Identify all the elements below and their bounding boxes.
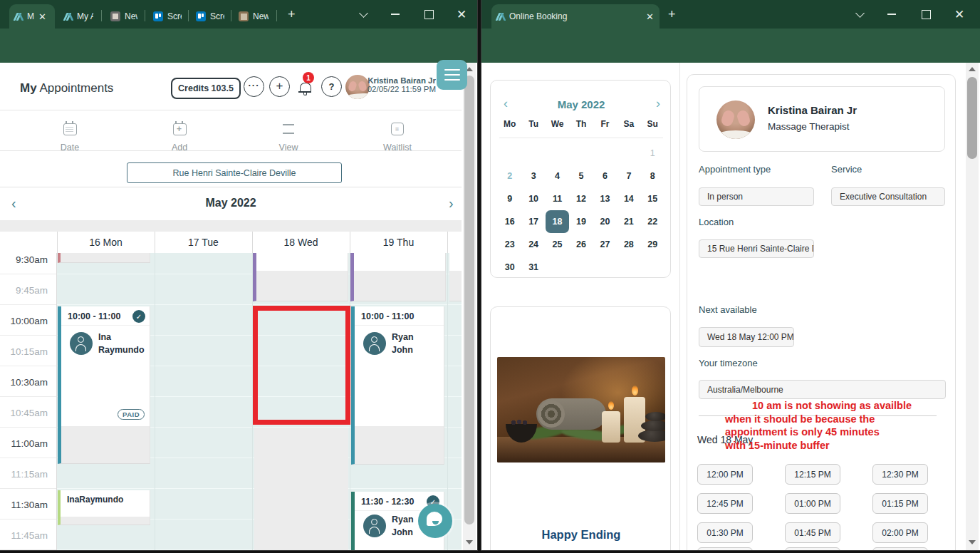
calendar-day[interactable]: 24 (521, 233, 545, 256)
add-icon[interactable]: + (269, 76, 290, 97)
calendar-day[interactable]: 19 (569, 210, 593, 233)
left-tab-strip: M ✕ My A New Scre Scre (0, 0, 477, 29)
calendar-day[interactable]: 7 (617, 165, 640, 187)
service-chip[interactable]: Executive Consultation (831, 187, 945, 206)
next-available-chip[interactable]: Wed 18 May 12:00 PM (699, 327, 794, 347)
time-slot-button[interactable]: 12:30 PM (872, 464, 928, 485)
time-slot-button[interactable]: 01:00 PM (785, 493, 840, 514)
calendar-day[interactable]: 5 (569, 165, 593, 187)
location-filter-button[interactable]: Rue Henri Sainte-Claire Deville (127, 162, 342, 183)
calendar-day[interactable]: 15 (641, 187, 664, 210)
maximize-button[interactable] (418, 6, 439, 22)
location-label: Location (699, 217, 734, 227)
calendar-day[interactable]: 22 (641, 210, 664, 233)
calendar-day[interactable]: 28 (617, 233, 640, 256)
new-tab-button[interactable]: + (668, 8, 676, 21)
calendar-day[interactable]: 23 (498, 233, 521, 256)
calendar-day[interactable]: 21 (617, 210, 640, 233)
nav-date[interactable]: Date (31, 120, 109, 153)
window-menu-chevron[interactable] (353, 6, 374, 22)
calendar-day[interactable]: 1 (641, 142, 664, 165)
service-card[interactable]: Happy Ending (490, 306, 671, 550)
calendar-day[interactable]: 31 (521, 256, 545, 279)
tab-close-icon[interactable]: ✕ (646, 12, 654, 21)
tab-label: My A (77, 11, 93, 21)
calendar-day[interactable]: 26 (569, 233, 593, 256)
left-tab-3[interactable]: New (105, 4, 143, 29)
minimize-button[interactable] (881, 6, 902, 22)
calendar-day[interactable]: 18 (546, 210, 569, 233)
next-month-icon[interactable]: › (449, 195, 454, 212)
event-fri-partial[interactable] (449, 253, 462, 301)
time-slot-partial[interactable] (697, 547, 753, 550)
calendar-day[interactable]: 25 (546, 233, 569, 256)
time-slot-button[interactable]: 01:45 PM (785, 522, 840, 543)
appointment-type-chip[interactable]: In person (699, 187, 814, 206)
calendar-day[interactable]: 11 (546, 187, 569, 210)
scroll-down-icon[interactable] (466, 540, 473, 544)
close-button[interactable]: ✕ (451, 6, 472, 22)
time-slot-button[interactable]: 02:00 PM (872, 522, 928, 543)
calendar-day[interactable]: 20 (593, 210, 617, 233)
time-label: 10:00am (10, 316, 48, 326)
event-mon-10[interactable]: 10:00 - 11:00 ✓ InaRaymundo PAID (58, 306, 150, 464)
calendar-day[interactable]: 16 (498, 210, 521, 233)
time-slot-partial[interactable] (872, 547, 928, 550)
scrollbar-thumb[interactable] (967, 77, 977, 159)
chat-widget-button[interactable] (418, 504, 452, 538)
chat-icon[interactable]: ··· (244, 76, 264, 97)
calendar-day[interactable]: 6 (593, 165, 617, 187)
calendar-day[interactable]: 30 (498, 256, 521, 279)
timezone-select[interactable]: Australia/Melbourne (699, 380, 946, 399)
time-slot-button[interactable]: 12:15 PM (785, 464, 840, 485)
location-chip[interactable]: 15 Rue Henri Sainte-Claire D... (699, 239, 814, 258)
calendar-day[interactable]: 17 (521, 210, 545, 233)
calendar-day[interactable]: 27 (593, 233, 617, 256)
event-mon-1130[interactable]: InaRaymundo (58, 490, 150, 525)
left-tab-5[interactable]: Scre (190, 4, 230, 29)
nav-add-label: Add (172, 143, 187, 153)
event-thu-10[interactable]: 10:00 - 11:00 RyanJohn (351, 306, 444, 465)
left-tab-active[interactable]: M ✕ (9, 4, 55, 29)
nav-waitlist[interactable]: ≡ Waitlist (358, 120, 437, 153)
left-tab-4[interactable]: Scre (147, 4, 187, 29)
calendar-day[interactable]: 13 (593, 187, 617, 210)
event-wed-early[interactable] (253, 253, 348, 301)
scroll-up-icon[interactable] (969, 67, 976, 71)
scrollbar-thumb[interactable] (464, 76, 474, 524)
right-tab-active[interactable]: Online Booking ✕ (491, 4, 660, 29)
calendar-day[interactable]: 4 (546, 165, 569, 187)
time-slot-partial[interactable] (785, 547, 840, 550)
minimize-button[interactable] (385, 6, 406, 22)
nav-view[interactable]: View (249, 120, 328, 153)
left-scrollbar[interactable] (463, 63, 476, 550)
event-thu-early[interactable] (350, 253, 446, 301)
calendar-day[interactable]: 8 (641, 165, 664, 187)
left-tab-2[interactable]: My A (59, 4, 99, 29)
new-tab-button[interactable]: + (288, 8, 296, 21)
calendar-day[interactable]: 14 (617, 187, 640, 210)
calendar-day[interactable]: 2 (498, 165, 521, 187)
time-slot-button[interactable]: 01:30 PM (697, 522, 753, 543)
tab-label: M (27, 11, 34, 21)
credits-button[interactable]: Credits 103.5 (171, 78, 241, 99)
time-slot-button[interactable]: 12:45 PM (697, 493, 753, 514)
next-month-icon[interactable]: › (656, 96, 660, 111)
close-button[interactable]: ✕ (949, 6, 970, 22)
nav-add[interactable]: Add (140, 120, 219, 153)
hamburger-menu-button[interactable] (437, 60, 467, 90)
time-slot-button[interactable]: 12:00 PM (697, 464, 753, 485)
window-menu-chevron[interactable] (849, 6, 870, 22)
calendar-day[interactable]: 12 (569, 187, 593, 210)
event-sliver-mon[interactable] (58, 253, 150, 263)
right-scrollbar[interactable] (966, 63, 979, 550)
scroll-down-icon[interactable] (969, 540, 976, 544)
calendar-day[interactable]: 3 (521, 165, 545, 187)
tab-close-icon[interactable]: ✕ (38, 12, 46, 21)
left-tab-6[interactable]: New (233, 4, 274, 29)
time-slot-button[interactable]: 01:15 PM (872, 493, 928, 514)
calendar-day[interactable]: 9 (498, 187, 521, 210)
calendar-day[interactable]: 10 (521, 187, 545, 210)
maximize-button[interactable] (915, 6, 937, 22)
calendar-day[interactable]: 29 (641, 233, 664, 256)
